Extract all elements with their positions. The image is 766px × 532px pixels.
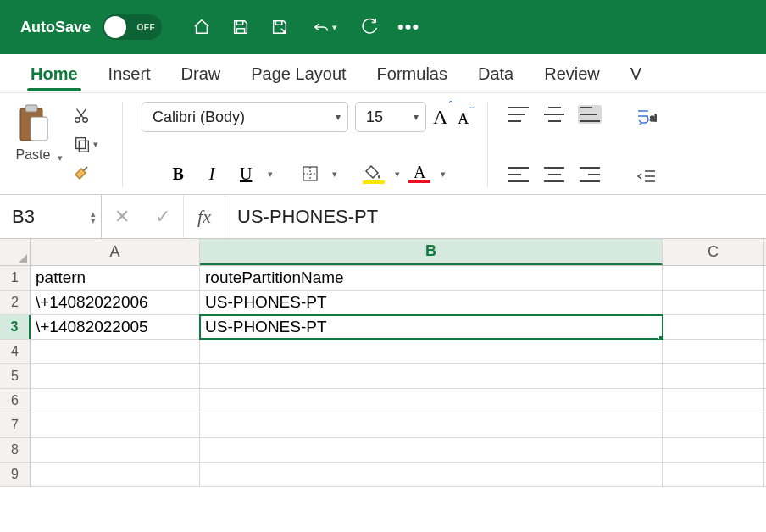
cell[interactable] [663, 315, 764, 339]
font-color-button[interactable]: A [407, 165, 432, 183]
cell[interactable] [31, 463, 200, 486]
cell[interactable] [663, 438, 764, 462]
cell[interactable] [663, 266, 764, 290]
row-header[interactable]: 2 [0, 291, 31, 314]
more-icon[interactable]: ••• [397, 16, 419, 38]
tab-draw[interactable]: Draw [166, 56, 236, 91]
cut-icon[interactable] [68, 103, 95, 127]
cell[interactable] [31, 340, 200, 363]
align-center-icon[interactable] [542, 165, 566, 184]
col-header-a[interactable]: A [31, 239, 200, 265]
cell[interactable] [200, 364, 663, 388]
autosave-label: AutoSave [20, 19, 91, 36]
wrap-text-icon[interactable]: ab [634, 105, 659, 127]
cell[interactable] [200, 413, 663, 437]
align-top-icon[interactable] [507, 105, 530, 124]
svg-text:ab: ab [650, 114, 657, 123]
row-header[interactable]: 4 [0, 340, 31, 363]
tab-review[interactable]: Review [529, 56, 615, 91]
formula-bar: B3 ▴▾ ✕ ✓ fx US-PHONES-PT [0, 195, 766, 239]
formula-input[interactable]: US-PHONES-PT [225, 195, 766, 238]
row-header[interactable]: 3 [0, 315, 31, 339]
accept-formula-icon[interactable]: ✓ [142, 195, 183, 238]
ribbon-tabs: Home Insert Draw Page Layout Formulas Da… [0, 54, 766, 93]
tab-page-layout[interactable]: Page Layout [236, 56, 361, 91]
cell[interactable] [31, 438, 200, 462]
undo-icon[interactable]: ▾ [306, 14, 343, 40]
spreadsheet-grid: A B C 1 pattern routePartitionName 2 \+1… [0, 239, 766, 487]
cell[interactable] [200, 389, 663, 413]
name-box-down-icon[interactable]: ▾ [91, 217, 96, 224]
align-middle-icon[interactable] [542, 105, 566, 124]
cell[interactable] [663, 389, 764, 413]
home-icon[interactable] [189, 14, 214, 40]
align-right-icon[interactable] [578, 165, 602, 184]
align-left-icon[interactable] [507, 165, 530, 184]
select-all-corner[interactable] [0, 239, 31, 265]
svg-rect-5 [76, 138, 86, 149]
tab-data[interactable]: Data [463, 56, 529, 91]
cell[interactable] [200, 438, 663, 462]
cell[interactable] [31, 364, 200, 388]
row-header[interactable]: 1 [0, 266, 31, 290]
tab-home[interactable]: Home [15, 56, 93, 91]
cell[interactable] [200, 340, 663, 363]
cell[interactable] [31, 413, 200, 437]
cell[interactable] [200, 463, 663, 486]
svg-rect-2 [31, 117, 47, 141]
paste-button[interactable]: Paste [15, 102, 51, 163]
save-as-icon[interactable] [267, 14, 292, 40]
alignment-group: ab [502, 98, 664, 191]
cell[interactable] [663, 463, 764, 486]
font-size-select[interactable]: 15▾ [355, 102, 426, 132]
redo-icon[interactable] [357, 14, 382, 40]
cell[interactable] [663, 291, 764, 314]
underline-button[interactable]: U [232, 160, 259, 187]
align-bottom-icon[interactable] [578, 105, 602, 124]
title-bar: AutoSave OFF ▾ ••• [0, 0, 766, 54]
cell[interactable]: pattern [31, 266, 200, 290]
font-group: Calibri (Body)▾ 15▾ A A B I U▾ ▾ ▾ [136, 98, 474, 191]
ribbon: Paste ▾ ▾ Calibri (Body)▾ 15▾ [0, 93, 766, 195]
row-header[interactable]: 9 [0, 463, 31, 486]
bold-button[interactable]: B [164, 160, 192, 187]
cell[interactable] [663, 340, 764, 363]
clipboard-group: Paste ▾ ▾ [10, 98, 108, 191]
col-header-b[interactable]: B [200, 239, 663, 265]
copy-icon[interactable]: ▾ [68, 132, 103, 156]
cell[interactable] [663, 413, 764, 437]
col-header-c[interactable]: C [663, 239, 764, 265]
fx-icon[interactable]: fx [183, 195, 225, 238]
svg-rect-1 [25, 105, 37, 112]
decrease-indent-icon[interactable] [634, 165, 659, 187]
fill-color-button[interactable] [361, 164, 386, 184]
row-header[interactable]: 7 [0, 413, 31, 437]
row-header[interactable]: 8 [0, 438, 31, 462]
decrease-font-icon[interactable]: A [458, 110, 469, 128]
cell[interactable]: US-PHONES-PT [200, 291, 663, 314]
tab-formulas[interactable]: Formulas [362, 56, 463, 91]
cell[interactable]: routePartitionName [200, 266, 663, 290]
cell[interactable]: \+14082022005 [31, 315, 200, 339]
svg-rect-6 [79, 141, 88, 152]
row-header[interactable]: 5 [0, 364, 31, 388]
autosave-toggle[interactable]: OFF [103, 14, 162, 40]
fill-handle[interactable] [658, 335, 663, 339]
italic-button[interactable]: I [198, 160, 225, 187]
cancel-formula-icon[interactable]: ✕ [102, 195, 142, 238]
font-name-select[interactable]: Calibri (Body)▾ [142, 102, 348, 132]
cell[interactable] [663, 364, 764, 388]
save-icon[interactable] [228, 14, 253, 40]
tab-insert[interactable]: Insert [93, 56, 166, 91]
row-header[interactable]: 6 [0, 389, 31, 413]
cell[interactable] [31, 389, 200, 413]
cell[interactable]: \+14082022006 [31, 291, 200, 314]
format-painter-icon[interactable] [68, 161, 95, 185]
borders-button[interactable] [297, 160, 324, 187]
tab-view-truncated[interactable]: V [615, 56, 657, 91]
active-cell[interactable]: US-PHONES-PT [200, 315, 663, 339]
name-box[interactable]: B3 ▴▾ [0, 195, 102, 238]
increase-font-icon[interactable]: A [433, 106, 447, 129]
